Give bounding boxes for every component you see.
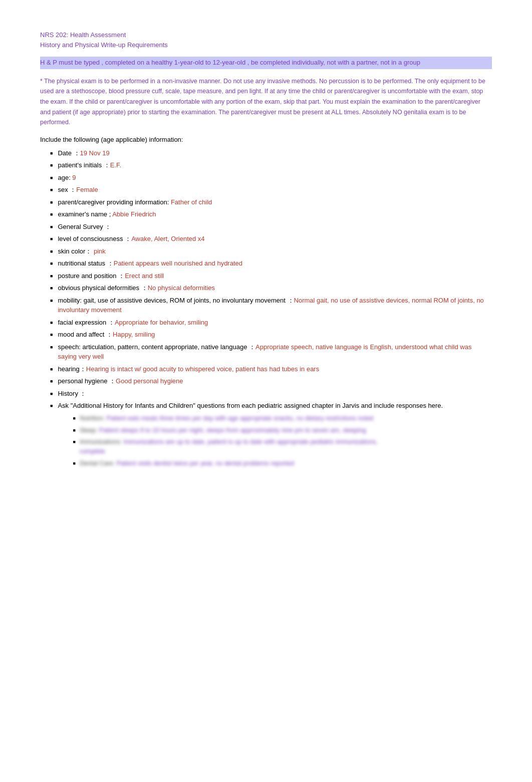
inner-bullet-icon: ■	[73, 460, 75, 467]
sublist-container: ■ Nutrition: Patient eats meals three ti…	[58, 414, 492, 468]
list-item: ■ speech: articulation, pattern, content…	[50, 342, 492, 362]
list-item: ■ age: 9	[50, 173, 492, 183]
bullet-icon: ■	[50, 320, 53, 327]
bullet-icon: ■	[50, 150, 53, 157]
bullet-icon: ■	[50, 273, 53, 280]
bullet-icon: ■	[50, 199, 53, 206]
bullet-icon: ■	[50, 162, 53, 169]
sublist-item-1: ■ Nutrition: Patient eats meals three ti…	[73, 414, 492, 423]
list-item: ■ level of consciousness ：Awake, Alert, …	[50, 234, 492, 244]
list-item: ■ General Survey ：	[50, 222, 492, 232]
bullet-icon: ■	[50, 332, 53, 339]
list-item: ■ nutritional status ：Patient appears we…	[50, 258, 492, 269]
list-item: ■ Date ：19 Nov 19	[50, 148, 492, 158]
list-item: ■ hearing：Hearing is intact w/ good acui…	[50, 364, 492, 374]
bullet-icon: ■	[50, 285, 53, 292]
page-title: NRS 202: Health Assessment History and P…	[40, 30, 492, 50]
list-item: ■ sex ：Female	[50, 185, 492, 195]
sublist-item-3: ■ Immunizations: Immunizations are up to…	[73, 437, 492, 456]
list-item: ■ obvious physical deformities ：No physi…	[50, 283, 492, 293]
inner-bullet-icon: ■	[73, 415, 75, 422]
inner-bullet-icon: ■	[73, 439, 75, 446]
bullet-icon: ■	[50, 403, 53, 410]
list-item: ■ facial expression ：Appropriate for beh…	[50, 318, 492, 328]
list-item: ■ skin color： pink	[50, 246, 492, 256]
bullet-icon: ■	[50, 378, 53, 385]
bullet-icon: ■	[50, 260, 53, 268]
list-item: ■ parent/caregiver providing information…	[50, 197, 492, 207]
include-heading: Include the following (age applicable) i…	[40, 136, 492, 143]
bullet-icon: ■	[50, 344, 53, 351]
list-item: ■ patient's initials ：E.F.	[50, 160, 492, 170]
sublist-item-4: ■ Dental Care: Patient visits dentist tw…	[73, 459, 492, 468]
list-item: ■ posture and position ：Erect and still	[50, 271, 492, 281]
bullet-icon: ■	[50, 298, 53, 305]
sublist-item-2: ■ Sleep: Patient sleeps 9 to 10 hours pe…	[73, 426, 492, 435]
list-item-ask-history: ■ Ask "Additional History for Infants an…	[50, 401, 492, 470]
bullet-icon: ■	[50, 236, 53, 243]
highlight-bar: H & P must be typed , completed on a hea…	[40, 57, 492, 69]
bullet-icon: ■	[50, 175, 53, 182]
list-item: ■ mobility: gait, use of assistive devic…	[50, 296, 492, 315]
list-item: ■ History ：	[50, 389, 492, 399]
bullet-icon: ■	[50, 366, 53, 373]
main-list: ■ Date ：19 Nov 19 ■ patient's initials ：…	[40, 148, 492, 471]
warning-paragraph: * The physical exam is to be performed i…	[40, 76, 492, 128]
list-item: ■ mood and affect ：Happy, smiling	[50, 330, 492, 340]
list-item: ■ examiner's name ; Abbie Friedrich	[50, 209, 492, 219]
bullet-icon: ■	[50, 391, 53, 398]
inner-bullet-icon: ■	[73, 427, 75, 434]
bullet-icon: ■	[50, 187, 53, 194]
bullet-icon: ■	[50, 248, 53, 255]
bullet-icon: ■	[50, 224, 53, 231]
list-item: ■ personal hygiene ：Good personal hygien…	[50, 376, 492, 386]
bullet-icon: ■	[50, 211, 53, 218]
